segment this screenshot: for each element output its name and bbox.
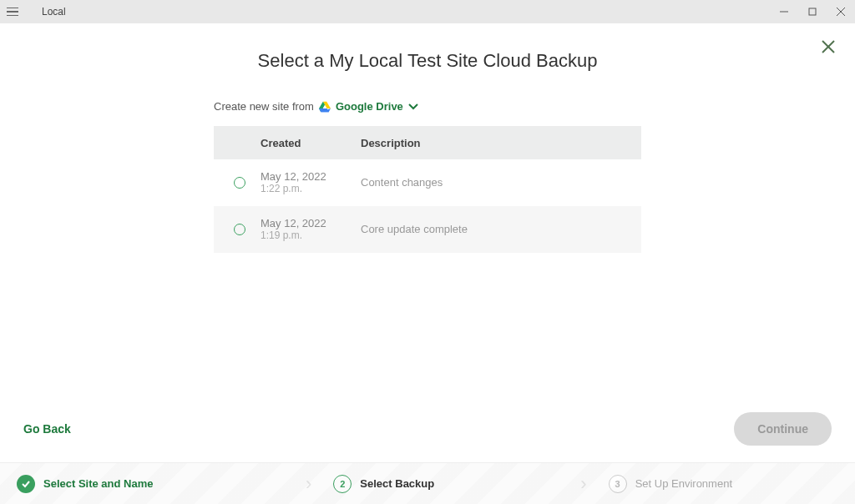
- footer-actions: Go Back Continue: [0, 412, 855, 462]
- step-select-backup[interactable]: 2 Select Backup: [316, 475, 575, 493]
- hamburger-menu-icon[interactable]: [7, 4, 22, 19]
- continue-button[interactable]: Continue: [734, 412, 832, 446]
- minimize-button[interactable]: [770, 0, 798, 23]
- table-header: Created Description: [214, 126, 641, 159]
- source-selector[interactable]: Create new site from Google Drive: [214, 100, 641, 113]
- backup-time: 1:19 p.m.: [261, 229, 361, 241]
- svg-rect-1: [809, 8, 816, 15]
- column-header-created: Created: [261, 137, 361, 149]
- step-divider-icon: ›: [575, 473, 591, 495]
- backup-time: 1:22 p.m.: [261, 183, 361, 194]
- step-circle-done: [17, 475, 35, 493]
- radio-select[interactable]: [234, 224, 245, 235]
- radio-select[interactable]: [234, 177, 245, 189]
- step-circle-active: 2: [333, 475, 352, 493]
- backup-description: Core update complete: [361, 223, 468, 235]
- created-cell: May 12, 2022 1:19 p.m.: [261, 217, 361, 241]
- step-select-site[interactable]: Select Site and Name: [0, 475, 301, 493]
- backup-date: May 12, 2022: [261, 170, 361, 183]
- step-label: Select Site and Name: [43, 477, 154, 490]
- close-icon[interactable]: [820, 38, 837, 58]
- column-header-description: Description: [361, 137, 641, 149]
- step-label: Set Up Environment: [635, 477, 732, 490]
- window-title: Local: [42, 6, 66, 18]
- provider-name: Google Drive: [336, 100, 403, 113]
- page-title: Select a My Local Test Site Cloud Backup: [0, 50, 855, 72]
- step-label: Select Backup: [360, 477, 434, 490]
- source-prefix: Create new site from: [214, 100, 314, 113]
- created-cell: May 12, 2022 1:22 p.m.: [261, 170, 361, 194]
- chevron-down-icon: [408, 100, 418, 113]
- backup-date: May 12, 2022: [261, 217, 361, 229]
- window-titlebar: Local: [0, 0, 855, 23]
- close-window-button[interactable]: [827, 0, 855, 23]
- backup-description: Content changes: [361, 176, 443, 189]
- google-drive-icon: [319, 101, 331, 113]
- step-divider-icon: ›: [301, 473, 316, 495]
- backup-row[interactable]: May 12, 2022 1:22 p.m. Content changes: [214, 159, 641, 206]
- step-circle-pending: 3: [609, 475, 627, 493]
- stepper: Select Site and Name › 2 Select Backup ›…: [0, 462, 855, 504]
- maximize-button[interactable]: [798, 0, 827, 23]
- main-content: Select a My Local Test Site Cloud Backup…: [0, 23, 855, 412]
- step-set-up-environment: 3 Set Up Environment: [592, 475, 855, 493]
- backup-row[interactable]: May 12, 2022 1:19 p.m. Core update compl…: [214, 206, 641, 253]
- window-controls: [770, 0, 855, 23]
- go-back-button[interactable]: Go Back: [23, 422, 71, 436]
- backup-panel: Create new site from Google Drive Create…: [214, 100, 641, 253]
